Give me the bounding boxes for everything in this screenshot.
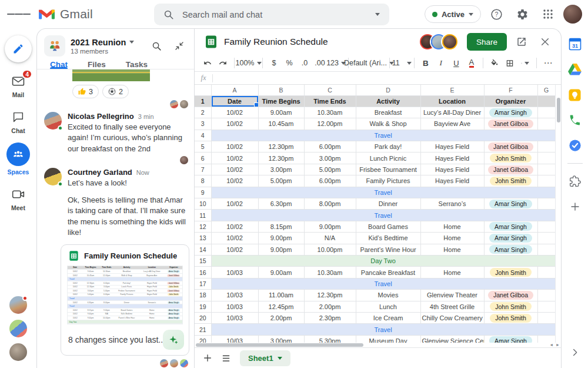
sheet-cell[interactable] — [537, 301, 555, 312]
sheet-cell[interactable]: Lunch Picnic — [356, 152, 420, 164]
sheet-cell[interactable]: 9.00am — [258, 267, 304, 278]
sheet-cell[interactable]: Breakfast — [356, 107, 420, 118]
sheet-cell[interactable]: 10/03 — [211, 335, 258, 343]
sheet-cell[interactable]: 9.00pm — [258, 244, 304, 255]
get-addons-icon[interactable] — [567, 174, 583, 189]
sheet-cell[interactable]: Lucy’s All-Day Diner — [420, 107, 484, 118]
sheet-cell[interactable]: 12.00pm — [304, 118, 356, 130]
sheet-cell[interactable]: Kid’s Bedtime — [356, 233, 420, 244]
sheet-cell[interactable]: Amar Singh — [484, 107, 537, 118]
sheet-cell[interactable]: Dinner — [356, 198, 420, 210]
sheet-cell[interactable]: Janet Gilboa — [484, 290, 537, 301]
share-button[interactable]: Share — [467, 33, 507, 51]
collapse-panel-icon[interactable] — [171, 37, 188, 55]
sidebar-item-chat[interactable]: Chat — [6, 110, 30, 134]
document-title[interactable]: Family Reunion Schedule — [224, 37, 418, 47]
row-number[interactable]: 13 — [195, 233, 211, 244]
close-icon[interactable] — [536, 33, 554, 51]
row-number[interactable]: 20 — [195, 335, 211, 343]
column-header-G[interactable]: G — [537, 85, 555, 95]
smart-summary-sparkle-icon[interactable] — [163, 330, 184, 350]
sheet-cell[interactable]: John Smith — [484, 301, 537, 312]
collaborator-avatar[interactable] — [442, 34, 457, 49]
sheet-cell[interactable]: John Smith — [484, 175, 537, 187]
sheet-cell[interactable] — [537, 290, 555, 301]
sheet-cell[interactable]: N/A — [304, 233, 356, 244]
sidebar-item-meet[interactable]: Meet — [6, 187, 30, 211]
shared-photo-thumbnail[interactable] — [72, 69, 150, 81]
sheet-cell[interactable]: 8.00pm — [304, 198, 356, 210]
font-select[interactable]: Default (Ari... — [353, 56, 385, 70]
sheet-cell[interactable]: Date — [211, 95, 258, 107]
sheet-cell[interactable]: Glenview Theater — [420, 290, 484, 301]
sheet-cell[interactable] — [537, 233, 555, 244]
sheet-cell[interactable]: 10/02 — [211, 107, 258, 118]
sheet-cell[interactable]: 10/02 — [211, 164, 258, 175]
row-number[interactable]: 18 — [195, 290, 211, 301]
column-header-F[interactable]: F — [484, 85, 537, 95]
sheet-cell[interactable]: Amar Singh — [484, 221, 537, 232]
sheet-cell[interactable]: 10.00pm — [304, 244, 356, 255]
merge-cells-icon[interactable] — [518, 56, 532, 70]
sheet-cell[interactable]: 10.30am — [304, 267, 356, 278]
sheet-cell[interactable] — [537, 118, 555, 130]
sheet-cell[interactable]: Museum Day — [356, 335, 420, 343]
sheet-cell[interactable]: Home — [420, 233, 484, 244]
tab-tasks[interactable]: Tasks — [126, 60, 148, 69]
status-selector[interactable]: Active — [425, 5, 481, 23]
sheet-cell[interactable]: Serrano’s — [420, 198, 484, 210]
sheet-cell[interactable]: Janet Gilboa — [484, 141, 537, 152]
sheet-cell[interactable] — [537, 107, 555, 118]
italic-button[interactable]: I — [434, 56, 448, 70]
help-button[interactable]: ? — [486, 4, 507, 25]
row-number[interactable]: 7 — [195, 164, 211, 175]
row-number[interactable]: 6 — [195, 152, 211, 164]
sheet-cell[interactable] — [537, 95, 555, 107]
row-number[interactable]: 11 — [195, 210, 211, 221]
tab-chat[interactable]: Chat — [50, 60, 68, 69]
sheet-cell[interactable] — [537, 335, 555, 343]
keep-icon[interactable] — [567, 87, 583, 102]
sheet-cell[interactable]: Frisbee Tournament — [356, 164, 420, 175]
bold-button[interactable]: B — [419, 56, 433, 70]
sheet-cell[interactable]: 10/03 — [211, 312, 258, 323]
sheet-cell[interactable]: 3.00pm — [258, 164, 304, 175]
row-number[interactable]: 15 — [195, 255, 211, 266]
sheet-cell[interactable]: Travel — [211, 130, 555, 141]
calendar-icon[interactable]: 31 — [567, 37, 583, 52]
row-number[interactable]: 10 — [195, 198, 211, 210]
space-avatar[interactable] — [44, 35, 65, 57]
borders-icon[interactable] — [503, 56, 517, 70]
sheet-cell[interactable] — [537, 164, 555, 175]
tab-files[interactable]: Files — [88, 60, 106, 69]
sheet-cell[interactable]: 2.00pm — [304, 301, 356, 312]
sheet-cell[interactable]: John Smith — [484, 312, 537, 323]
sheet-cell[interactable]: Organizer — [484, 95, 537, 107]
sheet-cell[interactable] — [537, 221, 555, 232]
row-number[interactable]: 2 — [195, 107, 211, 118]
recent-chat-avatar[interactable] — [9, 320, 27, 337]
undo-icon[interactable] — [201, 56, 215, 70]
redo-icon[interactable] — [216, 56, 230, 70]
row-number[interactable]: 8 — [195, 175, 211, 187]
row-number[interactable]: 19 — [195, 301, 211, 312]
scroll-arrows[interactable]: ◄► — [549, 343, 560, 347]
sheet-cell[interactable]: Ice Cream — [356, 312, 420, 323]
sheet-cell[interactable]: 10/02 — [211, 152, 258, 164]
sheet-cell[interactable]: 9.00pm — [258, 233, 304, 244]
sheet-cell[interactable]: 10/02 — [211, 244, 258, 255]
sheet-cell[interactable]: Walk & Shop — [356, 118, 420, 130]
add-sheet-icon[interactable] — [203, 353, 212, 363]
all-sheets-menu-icon[interactable] — [222, 354, 230, 362]
sheet-cell[interactable]: 11.00am — [258, 290, 304, 301]
sidebar-item-mail[interactable]: 4 Mail — [6, 74, 30, 98]
sheet-cell[interactable]: 2.00pm — [258, 312, 304, 323]
column-header-C[interactable]: C — [304, 85, 356, 95]
add-shortcut-icon[interactable] — [567, 199, 583, 214]
sheet-cell[interactable]: 10/03 — [211, 290, 258, 301]
formula-bar[interactable]: fx — [195, 72, 561, 85]
underline-button[interactable]: U — [449, 56, 463, 70]
sheet-cell[interactable]: Janet Gilboa — [484, 164, 537, 175]
sheet-cell[interactable]: Pancake Breakfast — [356, 267, 420, 278]
column-header-E[interactable]: E — [420, 85, 484, 95]
